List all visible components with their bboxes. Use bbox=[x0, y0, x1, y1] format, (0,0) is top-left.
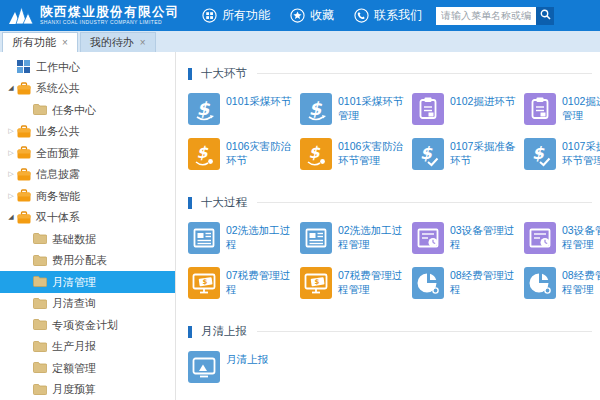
sidebar-item-label: 月清管理 bbox=[52, 274, 96, 290]
sidebar-item[interactable]: 生产月报 bbox=[0, 336, 175, 358]
header-menu-star[interactable]: 收藏 bbox=[290, 7, 334, 24]
tree-collapsed-arrow-icon[interactable]: ▷ bbox=[5, 170, 17, 178]
dollar-cycle-icon: $ bbox=[300, 93, 332, 125]
section-accent-bar bbox=[188, 197, 192, 209]
tree-collapsed-arrow-icon[interactable]: ▷ bbox=[5, 149, 17, 157]
folder-icon bbox=[33, 340, 47, 353]
section-divider-line bbox=[257, 202, 592, 203]
svg-text:$: $ bbox=[532, 143, 545, 163]
sidebar-item[interactable]: 费用分配表 bbox=[0, 250, 175, 272]
folder-icon bbox=[33, 383, 47, 396]
sidebar-item-label: 专项资金计划 bbox=[52, 317, 118, 333]
svg-text:$: $ bbox=[197, 98, 211, 119]
search-button[interactable] bbox=[536, 7, 554, 25]
menu-tile[interactable]: $0106灾害防治环节 bbox=[188, 138, 300, 170]
body-wrap: 工作中心◢系统公共任务中心▷业务公共▷全面预算▷信息披露▷商务智能◢双十体系基础… bbox=[0, 52, 600, 400]
menu-tile-label: 0106灾害防治环节 bbox=[226, 138, 292, 170]
briefcase-icon bbox=[17, 168, 31, 181]
grid-tiles-icon bbox=[17, 60, 31, 73]
menu-tile-label: 02洗选加工过程 bbox=[226, 222, 292, 254]
sidebar-item-label: 月度预算 bbox=[52, 381, 96, 397]
tree-expanded-arrow-icon[interactable]: ◢ bbox=[5, 213, 17, 221]
svg-text:$: $ bbox=[196, 143, 208, 162]
sidebar-item[interactable]: 月清查询 bbox=[0, 293, 175, 315]
company-name-block: 陕西煤业股份有限公司 SHANXI COAL INDUSTRY COMPANY … bbox=[40, 6, 180, 25]
section-accent-bar bbox=[188, 326, 192, 338]
sidebar-item-label: 业务公共 bbox=[36, 123, 80, 139]
sidebar-item[interactable]: 基础数据 bbox=[0, 228, 175, 250]
menu-tile[interactable]: 03设备管理过程 bbox=[412, 222, 524, 254]
sidebar-item[interactable]: 月度预算 bbox=[0, 379, 175, 400]
menu-tile[interactable]: 月清上报 bbox=[188, 351, 300, 383]
menu-tile-label: 月清上报 bbox=[226, 351, 292, 383]
sidebar-item[interactable]: ▷信息披露 bbox=[0, 164, 175, 186]
svg-text:$: $ bbox=[420, 143, 433, 163]
sidebar-item-label: 工作中心 bbox=[36, 59, 80, 75]
tab-close-icon[interactable]: × bbox=[62, 37, 68, 48]
sidebar-item[interactable]: 定额管理 bbox=[0, 357, 175, 379]
sidebar-item[interactable]: 工作中心 bbox=[0, 56, 175, 78]
tree-collapsed-arrow-icon[interactable]: ▷ bbox=[5, 127, 17, 135]
section-grid: $0101采煤环节$0101采煤环节管理0102掘进环节0102掘进环节管理$0… bbox=[188, 93, 600, 183]
sidebar-item[interactable]: 专项资金计划 bbox=[0, 314, 175, 336]
tab-close-icon[interactable]: × bbox=[140, 37, 146, 48]
pie-chart-icon bbox=[412, 267, 444, 299]
tab-my-todo[interactable]: 我的待办× bbox=[80, 32, 156, 52]
menu-tile[interactable]: 02洗选加工过程管理 bbox=[300, 222, 412, 254]
pie-chart-icon bbox=[524, 267, 556, 299]
menu-tile[interactable]: 08经费管理过程管理 bbox=[524, 267, 600, 299]
search-input[interactable] bbox=[436, 7, 536, 25]
section-title: 十大过程 bbox=[201, 195, 247, 210]
menu-tile-label: 03设备管理过程管理 bbox=[562, 222, 600, 254]
grid-circle-icon bbox=[202, 8, 217, 23]
menu-tile[interactable]: $0101采煤环节管理 bbox=[300, 93, 412, 125]
tree-expanded-arrow-icon[interactable]: ◢ bbox=[5, 84, 17, 92]
header-menu-phone[interactable]: 联系我们 bbox=[354, 7, 422, 24]
section-header: 十大环节 bbox=[188, 66, 600, 81]
monitor-upload-icon bbox=[188, 351, 220, 383]
document-icon bbox=[300, 222, 332, 254]
briefcase-icon bbox=[17, 189, 31, 202]
menu-tile[interactable]: $0107采掘准备环节管理 bbox=[524, 138, 600, 170]
menu-tile[interactable]: $0106灾害防治环节管理 bbox=[300, 138, 412, 170]
menu-tile[interactable]: $0101采煤环节 bbox=[188, 93, 300, 125]
section-divider-line bbox=[257, 331, 592, 332]
sidebar-item[interactable]: ▷全面预算 bbox=[0, 142, 175, 164]
menu-tile[interactable]: $07税费管理过程 bbox=[188, 267, 300, 299]
company-name: 陕西煤业股份有限公司 bbox=[40, 6, 180, 20]
menu-tile[interactable]: 03设备管理过程管理 bbox=[524, 222, 600, 254]
sidebar-item[interactable]: ◢系统公共 bbox=[0, 78, 175, 100]
menu-tile-label: 07税费管理过程 bbox=[226, 267, 292, 299]
svg-text:$: $ bbox=[309, 98, 323, 119]
header-menu-label: 收藏 bbox=[310, 7, 334, 24]
briefcase-icon bbox=[17, 82, 31, 95]
sidebar-item[interactable]: ◢双十体系 bbox=[0, 207, 175, 229]
sidebar-item[interactable]: 任务中心 bbox=[0, 99, 175, 121]
menu-tile-label: 0102掘进环节 bbox=[450, 93, 516, 125]
sidebar-item-label: 定额管理 bbox=[52, 360, 96, 376]
monitor-money-icon: $ bbox=[300, 267, 332, 299]
sidebar-item[interactable]: 月清管理 bbox=[0, 271, 175, 293]
menu-tile-label: 08经费管理过程管理 bbox=[562, 267, 600, 299]
menu-tile[interactable]: 02洗选加工过程 bbox=[188, 222, 300, 254]
dollar-hand-icon: $ bbox=[188, 138, 220, 170]
header-menu-grid[interactable]: 所有功能 bbox=[202, 7, 270, 24]
section-header: 月清上报 bbox=[188, 324, 600, 339]
menu-tile[interactable]: 08经费管理过程 bbox=[412, 267, 524, 299]
sidebar-item-label: 双十体系 bbox=[36, 209, 80, 225]
tab-all-functions[interactable]: 所有功能× bbox=[2, 32, 78, 52]
tree-collapsed-arrow-icon[interactable]: ▷ bbox=[5, 192, 17, 200]
sidebar-item[interactable]: ▷业务公共 bbox=[0, 121, 175, 143]
menu-tile[interactable]: $07税费管理过程管理 bbox=[300, 267, 412, 299]
briefcase-icon bbox=[17, 211, 31, 224]
sidebar-item[interactable]: ▷商务智能 bbox=[0, 185, 175, 207]
briefcase-icon bbox=[17, 146, 31, 159]
svg-text:$: $ bbox=[203, 278, 208, 286]
sidebar-item-label: 全面预算 bbox=[36, 145, 80, 161]
folder-icon bbox=[33, 103, 47, 116]
menu-tile[interactable]: 0102掘进环节 bbox=[412, 93, 524, 125]
dollar-check-icon: $ bbox=[524, 138, 556, 170]
menu-tile-label: 0101采煤环节 bbox=[226, 93, 292, 125]
menu-tile[interactable]: $0107采掘准备环节 bbox=[412, 138, 524, 170]
menu-tile[interactable]: 0102掘进环节管理 bbox=[524, 93, 600, 125]
